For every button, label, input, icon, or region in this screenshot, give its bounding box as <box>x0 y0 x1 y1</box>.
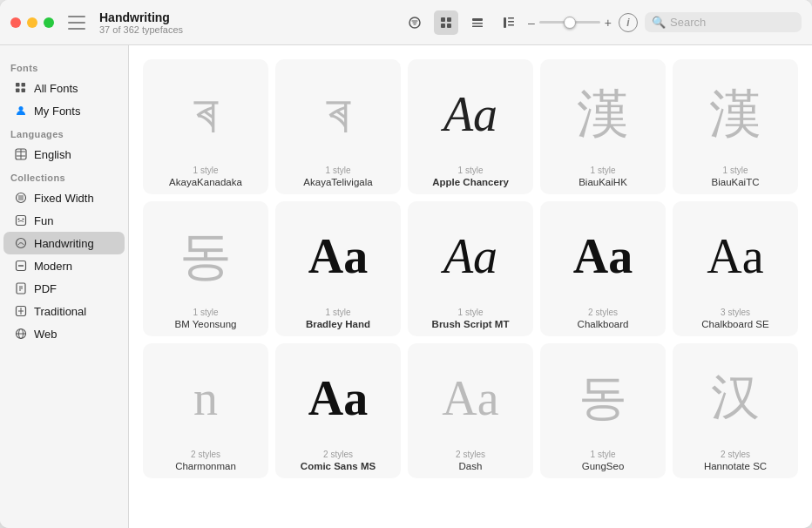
sidebar-item-fun-label: Fun <box>34 214 53 227</box>
font-styles: 1 style <box>193 166 219 175</box>
sidebar-item-traditional[interactable]: Traditional <box>3 300 125 322</box>
font-preview: Aa <box>547 208 659 304</box>
handwriting-icon <box>14 236 28 250</box>
font-styles: 1 style <box>458 166 484 175</box>
close-button[interactable] <box>10 17 21 28</box>
svg-point-22 <box>23 219 24 220</box>
toggle-bar <box>68 22 85 24</box>
svg-rect-3 <box>441 24 445 28</box>
sidebar-item-modern[interactable]: Modern <box>3 254 125 277</box>
window-title: Handwriting <box>99 10 403 24</box>
font-preview: 漢 <box>680 66 791 162</box>
svg-rect-5 <box>472 18 483 21</box>
font-card-biaukaitc[interactable]: 漢 1 style BiauKaiTC <box>673 59 798 194</box>
list-view-icon <box>470 16 484 30</box>
font-card-comic-sans-ms[interactable]: Aa 2 styles Comic Sans MS <box>275 343 401 478</box>
font-card-dash[interactable]: Aa 2 styles Dash <box>408 343 533 478</box>
font-card-akayakanadaka[interactable]: ৰ 1 style AkayaKanadaka <box>143 59 268 194</box>
font-card-apple-chancery[interactable]: Aa 1 style Apple Chancery <box>408 59 533 194</box>
sidebar-section-collections: Collections <box>0 166 128 186</box>
slider-decrease-button[interactable]: – <box>528 16 535 30</box>
titlebar: Handwriting 37 of 362 typefaces <box>0 0 812 45</box>
svg-rect-9 <box>508 17 514 19</box>
search-box: 🔍 <box>645 12 802 32</box>
font-name: AkayaKanadaka <box>169 177 242 187</box>
font-card-hannotate-sc[interactable]: 汉 2 styles Hannotate SC <box>673 343 798 478</box>
toggle-bar <box>68 16 85 17</box>
detail-view-button[interactable] <box>497 10 521 35</box>
font-styles: 1 style <box>591 166 616 175</box>
traffic-lights <box>10 17 54 28</box>
maximize-button[interactable] <box>44 17 54 28</box>
sidebar-item-fun[interactable]: Fun <box>3 209 125 232</box>
pdf-icon <box>14 281 28 295</box>
sidebar-item-handwriting[interactable]: Handwriting <box>3 232 125 254</box>
svg-rect-15 <box>22 89 26 93</box>
title-area: Handwriting 37 of 362 typefaces <box>99 10 403 35</box>
sidebar-item-web[interactable]: Web <box>3 322 125 345</box>
sidebar-item-modern-label: Modern <box>34 260 72 273</box>
sidebar-item-fixed-width-label: Fixed Width <box>34 192 94 205</box>
sidebar-toggle-button[interactable] <box>68 16 85 30</box>
sidebar-item-pdf[interactable]: PDF <box>3 277 125 300</box>
info-button[interactable]: i <box>619 13 638 32</box>
language-icon <box>14 147 28 161</box>
font-name: BM Yeonsung <box>175 319 237 329</box>
size-slider[interactable] <box>539 21 600 24</box>
svg-rect-12 <box>16 83 20 87</box>
font-name: Charmonman <box>175 461 236 471</box>
sidebar-item-fixed-width[interactable]: Fixed Width <box>3 186 125 209</box>
sidebar-item-web-label: Web <box>34 328 58 341</box>
svg-rect-1 <box>441 17 445 22</box>
font-card-bradley-hand[interactable]: Aa 1 style Bradley Hand <box>275 201 401 336</box>
sidebar-item-my-fonts-label: My Fonts <box>34 105 80 118</box>
svg-point-16 <box>19 106 24 111</box>
font-card-chalkboard[interactable]: Aa 2 styles Chalkboard <box>540 201 666 336</box>
font-name: Comic Sans MS <box>301 461 376 471</box>
grid-view-icon <box>439 16 453 30</box>
font-name: BiauKaiHK <box>579 177 627 187</box>
font-name: BiauKaiTC <box>712 177 760 187</box>
font-preview: 汉 <box>680 350 791 446</box>
sort-button[interactable] <box>403 10 427 35</box>
font-card-charmonman[interactable]: n 2 styles Charmonman <box>143 343 268 478</box>
sidebar-item-all-fonts-label: All Fonts <box>34 82 78 95</box>
font-preview: Aa <box>415 350 526 446</box>
fun-icon <box>14 213 28 227</box>
svg-rect-14 <box>16 89 20 93</box>
font-preview: 동 <box>547 350 659 446</box>
person-icon <box>14 104 28 118</box>
font-preview: 漢 <box>547 66 659 162</box>
detail-view-icon <box>502 16 516 30</box>
slider-increase-button[interactable]: + <box>605 16 612 30</box>
sidebar-item-all-fonts[interactable]: All Fonts <box>3 77 125 99</box>
font-styles: 2 styles <box>191 450 220 459</box>
list-view-button[interactable] <box>465 10 490 35</box>
font-preview: Aa <box>415 208 526 304</box>
minimize-button[interactable] <box>27 17 37 28</box>
search-input[interactable] <box>670 16 792 29</box>
font-styles: 1 style <box>193 308 219 317</box>
font-card-gungseo[interactable]: 동 1 style GungSeo <box>540 343 666 478</box>
font-name: Hannotate SC <box>704 461 767 471</box>
sidebar-item-handwriting-label: Handwriting <box>34 237 94 250</box>
font-preview: Aa <box>282 350 394 446</box>
sidebar-item-english[interactable]: English <box>3 143 125 166</box>
font-styles: 2 styles <box>456 450 485 459</box>
svg-rect-11 <box>508 24 514 26</box>
font-name: AkayaTelivigala <box>303 177 372 187</box>
font-card-biaukaihk[interactable]: 漢 1 style BiauKaiHK <box>540 59 666 194</box>
sidebar-section-languages: Languages <box>0 122 128 143</box>
sidebar-item-my-fonts[interactable]: My Fonts <box>3 99 125 122</box>
font-name: Dash <box>459 461 483 471</box>
font-name: Chalkboard SE <box>701 319 768 329</box>
font-styles: 1 style <box>326 166 351 175</box>
font-card-bm-yeonsung[interactable]: 동 1 style BM Yeonsung <box>143 201 268 336</box>
font-card-chalkboard-se[interactable]: Aa 3 styles Chalkboard SE <box>673 201 798 336</box>
svg-rect-6 <box>472 23 483 24</box>
web-icon <box>14 327 28 341</box>
grid-view-button[interactable] <box>434 10 458 35</box>
font-card-akayatelivigala[interactable]: ৰ 1 style AkayaTelivigala <box>275 59 401 194</box>
font-styles: 1 style <box>723 166 748 175</box>
font-card-brush-script-mt[interactable]: Aa 1 style Brush Script MT <box>408 201 533 336</box>
